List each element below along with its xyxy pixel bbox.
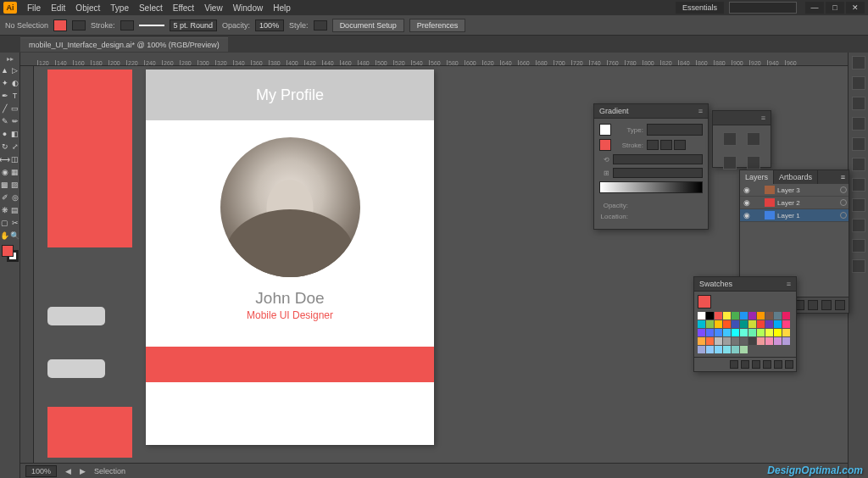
style-dropdown[interactable] bbox=[314, 20, 327, 31]
menu-effect[interactable]: Effect bbox=[168, 3, 199, 13]
gradient-aspect-slider[interactable] bbox=[613, 168, 703, 178]
swatch[interactable] bbox=[698, 346, 705, 353]
swatches-panel[interactable]: Swatches≡ bbox=[693, 276, 797, 372]
type-tool[interactable]: T bbox=[10, 89, 20, 102]
gradient-tool[interactable]: ▨ bbox=[10, 178, 20, 191]
design-red-block-2[interactable] bbox=[47, 407, 132, 458]
artboard-main[interactable]: My Profile John Doe Mobile UI Designer bbox=[146, 69, 434, 445]
stroke-apply-across-button[interactable] bbox=[674, 140, 686, 150]
menu-select[interactable]: Select bbox=[134, 3, 168, 13]
swatch[interactable] bbox=[774, 329, 782, 336]
layers-tab[interactable]: Layers bbox=[740, 170, 774, 184]
stroke-width-dropdown[interactable] bbox=[120, 20, 134, 31]
workspace-switcher[interactable]: Essentials bbox=[676, 2, 724, 14]
swatch[interactable] bbox=[706, 312, 714, 320]
gradient-ramp[interactable] bbox=[599, 181, 703, 193]
swatch[interactable] bbox=[715, 346, 722, 353]
visibility-toggle-icon[interactable]: ◉ bbox=[742, 186, 752, 194]
swatch[interactable] bbox=[748, 329, 756, 336]
swatch[interactable] bbox=[782, 320, 790, 328]
new-sublayer-button[interactable] bbox=[808, 300, 818, 310]
swatch[interactable] bbox=[774, 337, 782, 345]
eraser-tool[interactable]: ◧ bbox=[10, 127, 20, 140]
gradient-angle-slider[interactable] bbox=[613, 154, 703, 164]
swatch[interactable] bbox=[706, 329, 714, 336]
swatch[interactable] bbox=[732, 329, 739, 336]
layer-row[interactable]: ◉Layer 2 bbox=[740, 197, 849, 209]
swatches-panel-icon[interactable] bbox=[852, 97, 865, 110]
new-layer-button[interactable] bbox=[821, 300, 832, 310]
swatch[interactable] bbox=[782, 312, 790, 320]
shape-builder-tool[interactable]: ◉ bbox=[0, 165, 10, 178]
opacity-input[interactable]: 100% bbox=[255, 19, 284, 31]
swatch[interactable] bbox=[740, 329, 748, 336]
menu-file[interactable]: File bbox=[22, 3, 46, 13]
zoom-level[interactable]: 100% bbox=[25, 465, 57, 477]
align-icon-1[interactable] bbox=[723, 132, 737, 146]
blob-brush-tool[interactable]: ● bbox=[0, 127, 10, 140]
swatch[interactable] bbox=[715, 320, 722, 328]
hand-tool[interactable]: ✋ bbox=[0, 229, 10, 242]
swatch[interactable] bbox=[765, 329, 773, 336]
fill-swatch[interactable] bbox=[53, 19, 67, 31]
design-red-block[interactable] bbox=[47, 69, 132, 247]
artboard-tool[interactable]: ▢ bbox=[0, 216, 10, 229]
swatch[interactable] bbox=[706, 346, 714, 353]
panel-menu-icon[interactable]: ≡ bbox=[698, 107, 703, 115]
menu-help[interactable]: Help bbox=[268, 3, 296, 13]
swatch[interactable] bbox=[765, 337, 773, 345]
symbols-panel-icon[interactable] bbox=[852, 137, 865, 151]
swatch[interactable] bbox=[732, 312, 739, 320]
swatch[interactable] bbox=[706, 337, 714, 345]
swatch[interactable] bbox=[698, 329, 705, 336]
swatch[interactable] bbox=[757, 312, 765, 320]
new-swatch-button[interactable] bbox=[774, 360, 782, 369]
scale-tool[interactable]: ⤢ bbox=[10, 140, 20, 153]
swatch-kind-button[interactable] bbox=[741, 360, 749, 369]
swatch[interactable] bbox=[715, 312, 722, 320]
swatch[interactable] bbox=[748, 320, 756, 328]
graph-tool[interactable]: ▤ bbox=[10, 203, 20, 216]
lasso-tool[interactable]: ◐ bbox=[10, 76, 20, 89]
line-tool[interactable]: ╱ bbox=[0, 102, 10, 114]
gradient-fill-swatch[interactable] bbox=[599, 139, 611, 151]
menu-edit[interactable]: Edit bbox=[46, 3, 70, 13]
minimize-button[interactable]: — bbox=[805, 2, 824, 14]
perspective-tool[interactable]: ▦ bbox=[10, 165, 20, 178]
zoom-tool[interactable]: 🔍 bbox=[10, 229, 20, 242]
swatch[interactable] bbox=[715, 329, 722, 336]
eyedropper-tool[interactable]: ✐ bbox=[0, 191, 10, 203]
layer-row[interactable]: ◉Layer 3 bbox=[740, 184, 849, 197]
swatch-options-button[interactable] bbox=[752, 360, 760, 369]
toolbox-collapse-icon[interactable]: ▸▸ bbox=[6, 54, 14, 64]
swatch[interactable] bbox=[740, 346, 748, 353]
layer-row[interactable]: ◉Layer 1 bbox=[740, 209, 849, 222]
layers-panel-icon[interactable] bbox=[852, 259, 865, 273]
search-input[interactable] bbox=[729, 2, 797, 14]
nav-prev-icon[interactable]: ◀ bbox=[65, 467, 71, 475]
menu-view[interactable]: View bbox=[199, 3, 228, 13]
swatch[interactable] bbox=[732, 337, 739, 345]
swatch[interactable] bbox=[706, 320, 714, 328]
direct-selection-tool[interactable]: ▷ bbox=[10, 64, 20, 76]
visibility-toggle-icon[interactable]: ◉ bbox=[742, 211, 752, 220]
rectangle-tool[interactable]: ▭ bbox=[10, 102, 20, 114]
maximize-button[interactable]: □ bbox=[826, 2, 844, 14]
nav-next-icon[interactable]: ▶ bbox=[80, 467, 86, 475]
fill-stroke-swatches[interactable] bbox=[2, 245, 19, 262]
gradient-type-dropdown[interactable] bbox=[647, 124, 703, 136]
pencil-tool[interactable]: ✏ bbox=[10, 114, 20, 127]
color-guide-panel-icon[interactable] bbox=[852, 76, 865, 90]
stroke-apply-along-button[interactable] bbox=[660, 140, 672, 150]
swatch[interactable] bbox=[782, 337, 790, 345]
swatch[interactable] bbox=[748, 312, 756, 320]
swatch[interactable] bbox=[757, 329, 765, 336]
align-panel[interactable]: ≡ bbox=[712, 110, 771, 168]
slice-tool[interactable]: ✂ bbox=[10, 216, 20, 229]
fill-dropdown[interactable] bbox=[72, 20, 86, 31]
blend-tool[interactable]: ◎ bbox=[10, 191, 20, 203]
swatch[interactable] bbox=[757, 320, 765, 328]
swatch[interactable] bbox=[740, 320, 748, 328]
menu-type[interactable]: Type bbox=[105, 3, 134, 13]
gradient-preview-swatch[interactable] bbox=[599, 124, 611, 136]
